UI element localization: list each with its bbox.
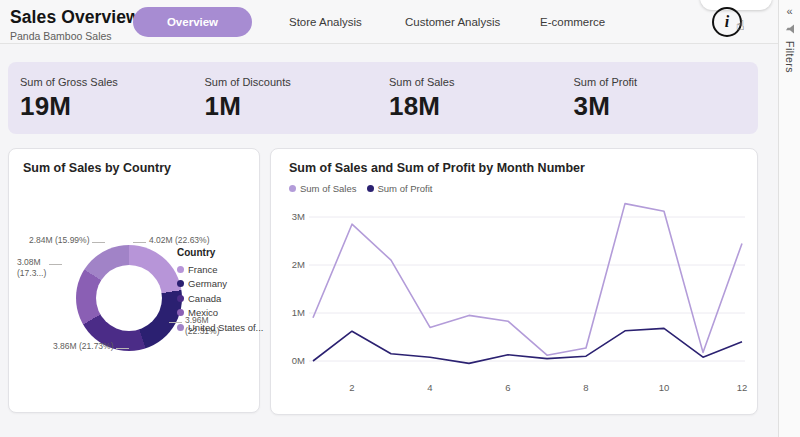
- tab-ecommerce[interactable]: E-commerce: [540, 16, 605, 28]
- tab-customer-analysis[interactable]: Customer Analysis: [405, 16, 500, 28]
- legend-item-1[interactable]: Germany: [177, 277, 264, 292]
- legend-item-4[interactable]: United States of...: [177, 320, 264, 335]
- donut-chart-title: Sum of Sales by Country: [23, 161, 171, 175]
- legend-label: Sum of Profit: [378, 183, 433, 194]
- kpi-label: Sum of Sales: [389, 76, 574, 88]
- x-axis-tick: 12: [737, 382, 748, 393]
- line-chart[interactable]: 0M1M2M3M24681012: [283, 195, 753, 407]
- legend-label: Germany: [188, 278, 227, 289]
- kpi-discounts[interactable]: Sum of Discounts 1M: [205, 76, 390, 134]
- tab-store-analysis[interactable]: Store Analysis: [289, 16, 362, 28]
- line-legend-item-1[interactable]: Sum of Profit: [367, 181, 433, 196]
- kpi-value: 19M: [20, 91, 205, 122]
- legend-label: Canada: [188, 293, 221, 304]
- x-axis-tick: 4: [427, 382, 432, 393]
- slice-label-2: 3.86M (21.73%): [53, 341, 113, 352]
- title-block: Sales Overview Panda Bamboo Sales: [10, 7, 140, 42]
- kpi-label: Sum of Profit: [574, 76, 759, 88]
- kpi-band: Sum of Gross Sales 19M Sum of Discounts …: [8, 62, 758, 134]
- expand-filters-icon[interactable]: «: [786, 6, 792, 17]
- sales-profit-by-month-card[interactable]: Sum of Sales and Sum of Profit by Month …: [270, 148, 758, 415]
- filter-funnel-icon: [785, 24, 795, 34]
- legend-item-0[interactable]: France: [177, 262, 264, 277]
- filters-pane-collapsed[interactable]: « Filters: [778, 0, 800, 437]
- kpi-sales[interactable]: Sum of Sales 18M: [389, 76, 574, 134]
- legend-dot-icon: [177, 309, 184, 316]
- legend-dot-icon: [367, 185, 374, 192]
- x-axis-tick: 2: [349, 382, 354, 393]
- y-axis-tick: 2M: [292, 259, 305, 270]
- kpi-value: 3M: [574, 91, 759, 122]
- kpi-gross-sales[interactable]: Sum of Gross Sales 19M: [20, 76, 205, 134]
- line-legend-item-0[interactable]: Sum of Sales: [289, 181, 357, 196]
- kpi-label: Sum of Gross Sales: [20, 76, 205, 88]
- line-chart-legend: Sum of SalesSum of Profit: [289, 181, 432, 196]
- tab-overview[interactable]: Overview: [133, 7, 252, 37]
- legend-label: France: [188, 264, 218, 275]
- y-axis-tick: 1M: [292, 307, 305, 318]
- legend-item-2[interactable]: Canada: [177, 291, 264, 306]
- x-axis-tick: 8: [583, 382, 588, 393]
- series-line-1[interactable]: [313, 328, 742, 363]
- legend-dot-icon: [177, 280, 184, 287]
- kpi-label: Sum of Discounts: [205, 76, 390, 88]
- legend-dot-icon: [177, 324, 184, 331]
- donut-legend: Country FranceGermanyCanadaMexicoUnited …: [177, 247, 264, 335]
- legend-dot-icon: [289, 185, 296, 192]
- mouse-cursor-icon: ☝: [736, 17, 745, 33]
- tooltip-remnant: [700, 0, 772, 10]
- legend-label: Mexico: [188, 307, 218, 318]
- filters-pane-label[interactable]: Filters: [784, 41, 796, 73]
- line-chart-title: Sum of Sales and Sum of Profit by Month …: [289, 161, 585, 175]
- slice-label-3: 3.08M (17.3...): [17, 257, 46, 278]
- y-axis-tick: 0M: [292, 355, 305, 366]
- sales-by-country-card[interactable]: Sum of Sales by Country 4.02M (22.63%)3.…: [8, 148, 260, 413]
- slice-label-4: 2.84M (15.99%): [29, 235, 89, 246]
- legend-dot-icon: [177, 266, 184, 273]
- y-axis-tick: 3M: [292, 211, 305, 222]
- legend-item-3[interactable]: Mexico: [177, 306, 264, 321]
- x-axis-tick: 10: [659, 382, 670, 393]
- donut-chart[interactable]: [76, 245, 182, 351]
- legend-title: Country: [177, 247, 264, 258]
- series-line-0[interactable]: [313, 204, 742, 356]
- kpi-value: 1M: [205, 91, 390, 122]
- legend-label: United States of...: [188, 322, 264, 333]
- x-axis-tick: 6: [505, 382, 510, 393]
- kpi-profit[interactable]: Sum of Profit 3M: [574, 76, 759, 134]
- legend-dot-icon: [177, 295, 184, 302]
- page-subtitle: Panda Bamboo Sales: [10, 30, 140, 42]
- kpi-value: 18M: [389, 91, 574, 122]
- page-title: Sales Overview: [10, 7, 140, 28]
- slice-label-0: 4.02M (22.63%): [149, 235, 209, 246]
- legend-label: Sum of Sales: [300, 183, 357, 194]
- report-header: Sales Overview Panda Bamboo Sales Overvi…: [0, 0, 778, 44]
